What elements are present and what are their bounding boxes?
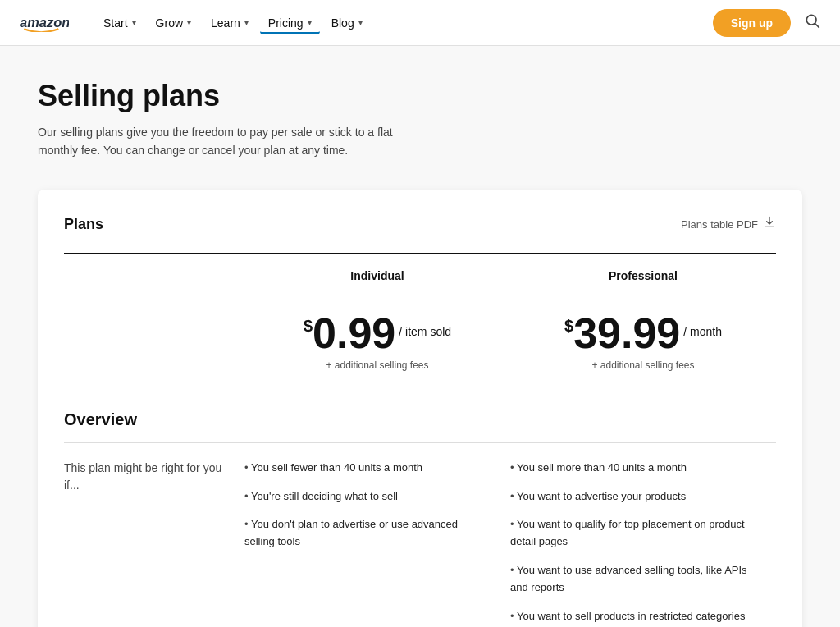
price-row: $ 0.99 / item sold + additional selling …	[64, 292, 776, 387]
plan-col-professional: Professional	[510, 254, 776, 292]
chevron-icon: ▾	[132, 18, 136, 27]
nav-item-learn[interactable]: Learn ▾	[203, 11, 257, 34]
individual-overview-points: • You sell fewer than 40 units a month •…	[244, 460, 510, 625]
professional-overview-points: • You sell more than 40 units a month • …	[510, 460, 776, 625]
professional-point-1: • You sell more than 40 units a month	[510, 460, 756, 477]
individual-price-unit: / item sold	[399, 325, 451, 338]
overview-label: This plan might be right for you if...	[64, 460, 244, 625]
plans-card-header: Plans Plans table PDF	[64, 216, 776, 233]
plans-label: Plans	[64, 216, 103, 233]
plan-col-individual: Individual	[244, 254, 510, 292]
bullet-icon: •	[510, 490, 517, 502]
main-content: Selling plans Our selling plans give you…	[18, 46, 822, 627]
professional-price-amount: $ 39.99 / month	[564, 312, 722, 355]
nav-item-pricing[interactable]: Pricing ▾	[260, 11, 320, 34]
bullet-icon: •	[510, 518, 517, 530]
overview-section: Overview This plan might be right for yo…	[64, 387, 776, 625]
nav-item-blog[interactable]: Blog ▾	[323, 11, 371, 34]
professional-point-4: • You want to use advanced selling tools…	[510, 562, 756, 597]
plan-column-headers: Individual Professional	[64, 253, 776, 292]
plan-col-empty	[64, 254, 244, 292]
bullet-icon: •	[244, 461, 251, 474]
individual-price-note: + additional selling fees	[326, 359, 428, 371]
svg-line-3	[815, 24, 819, 28]
individual-price-amount: $ 0.99 / item sold	[304, 312, 451, 355]
nav-item-grow[interactable]: Grow ▾	[148, 11, 199, 34]
chevron-icon: ▾	[308, 18, 312, 27]
overview-title: Overview	[64, 410, 776, 429]
svg-text:amazon: amazon	[20, 15, 69, 30]
bullet-icon: •	[510, 461, 517, 474]
logo[interactable]: amazon	[20, 13, 69, 32]
professional-point-3: • You want to qualify for top placement …	[510, 516, 756, 551]
main-nav: Start ▾ Grow ▾ Learn ▾ Pricing ▾ Blog ▾	[95, 11, 713, 34]
chevron-icon: ▾	[358, 18, 363, 27]
overview-divider	[64, 442, 776, 443]
bullet-icon: •	[510, 610, 517, 622]
chevron-icon: ▾	[244, 18, 249, 27]
page-title: Selling plans	[38, 79, 802, 113]
professional-point-2: • You want to advertise your products	[510, 488, 756, 506]
signup-button[interactable]: Sign up	[713, 9, 791, 37]
professional-price-unit: / month	[683, 325, 722, 338]
professional-point-5: • You want to sell products in restricte…	[510, 608, 756, 625]
professional-price-note: + additional selling fees	[591, 359, 694, 371]
overview-grid: This plan might be right for you if... •…	[64, 460, 776, 625]
professional-dollar: $	[564, 317, 573, 336]
header: amazon Start ▾ Grow ▾ Learn ▾ Pricing ▾ …	[0, 0, 840, 46]
bullet-icon: •	[244, 490, 251, 502]
professional-price-cell: $ 39.99 / month + additional selling fee…	[510, 312, 776, 371]
bullet-icon: •	[244, 518, 251, 530]
price-row-empty	[64, 312, 244, 371]
pdf-download-link[interactable]: Plans table PDF	[681, 216, 776, 232]
chevron-icon: ▾	[187, 18, 191, 27]
individual-point-2: • You're still deciding what to sell	[244, 488, 491, 506]
professional-price-number: 39.99	[573, 312, 680, 355]
nav-item-start[interactable]: Start ▾	[95, 11, 144, 34]
header-right: Sign up	[713, 9, 820, 37]
individual-price-cell: $ 0.99 / item sold + additional selling …	[244, 312, 510, 371]
individual-point-1: • You sell fewer than 40 units a month	[244, 460, 491, 477]
individual-price-number: 0.99	[313, 312, 395, 355]
bullet-icon: •	[510, 564, 517, 576]
search-icon[interactable]	[804, 12, 820, 33]
plans-card: Plans Plans table PDF Individual Profess…	[38, 190, 802, 627]
individual-point-3: • You don't plan to advertise or use adv…	[244, 516, 491, 551]
page-subtitle: Our selling plans give you the freedom t…	[38, 123, 431, 160]
download-icon	[763, 216, 776, 232]
individual-dollar: $	[304, 317, 313, 336]
